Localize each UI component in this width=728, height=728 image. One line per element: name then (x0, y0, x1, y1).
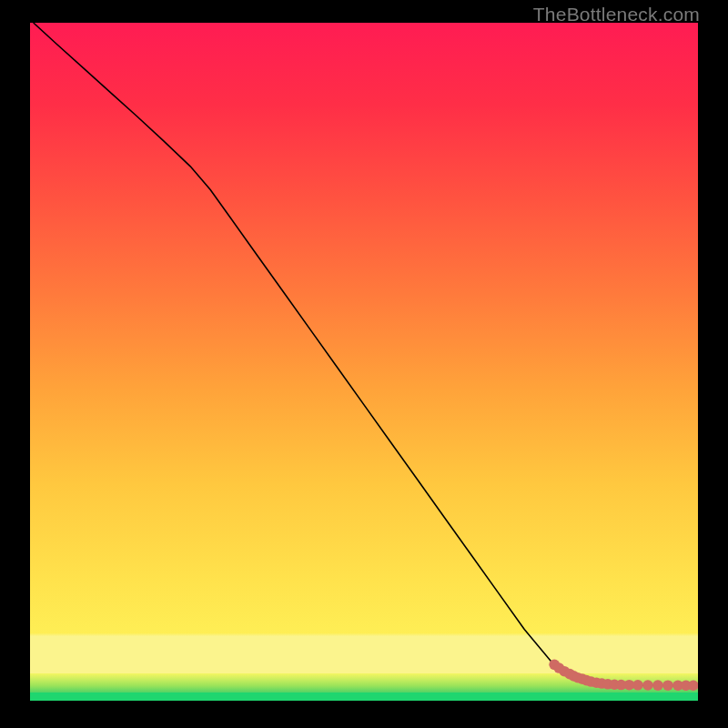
marker-point (652, 680, 663, 691)
marker-point (662, 680, 673, 691)
marker-point (632, 680, 643, 691)
plot-area (30, 23, 698, 701)
marker-point (642, 680, 653, 691)
chart-stage: TheBottleneck.com (0, 0, 728, 728)
markers-layer (30, 23, 698, 691)
